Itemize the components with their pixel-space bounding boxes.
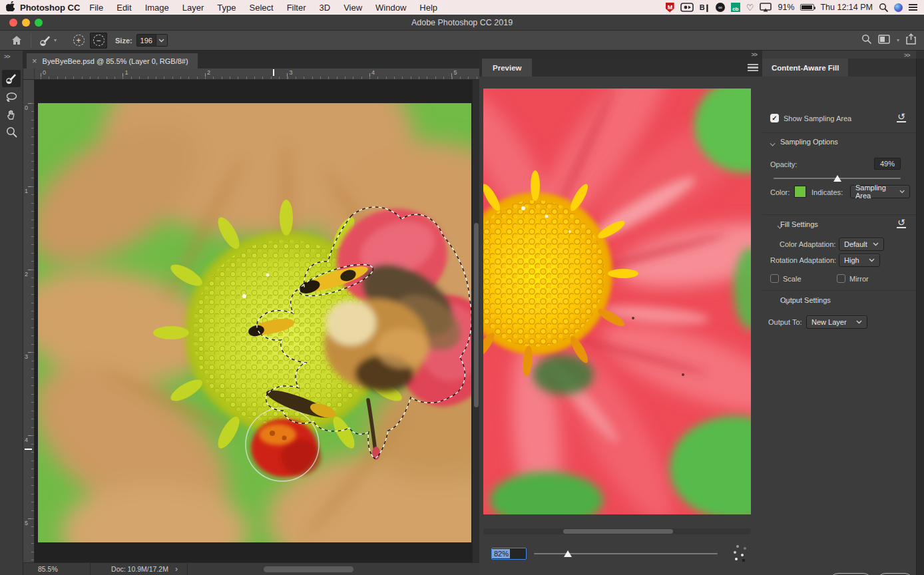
- reset-fill-settings-icon[interactable]: [897, 218, 906, 228]
- add-to-sampling-button[interactable]: +: [70, 33, 87, 49]
- notification-center-icon[interactable]: [909, 2, 917, 13]
- screen-record-icon[interactable]: [680, 2, 694, 13]
- search-icon[interactable]: [861, 34, 871, 47]
- subtract-from-sampling-button[interactable]: −: [90, 33, 107, 49]
- window-title: Adobe Photoshop CC 2019: [0, 15, 924, 31]
- preview-image[interactable]: [483, 89, 751, 514]
- boom-audio-icon[interactable]: B❙: [700, 2, 710, 13]
- vertical-ruler[interactable]: 012345: [23, 80, 35, 562]
- preview-zoom-field[interactable]: 82%: [491, 548, 527, 560]
- indicates-dropdown[interactable]: Sampling Area: [850, 185, 910, 198]
- preview-collapse-icon[interactable]: >>: [751, 51, 757, 58]
- close-window-button[interactable]: [9, 19, 17, 27]
- opacity-slider[interactable]: [774, 178, 901, 179]
- scrollbar-thumb[interactable]: [474, 223, 479, 407]
- hruler-number-5: 5: [454, 69, 457, 76]
- vruler-number-0: 0: [25, 104, 28, 111]
- preview-zoom-slider[interactable]: [534, 553, 718, 554]
- scrollbar-thumb[interactable]: [563, 529, 673, 534]
- horizontal-ruler[interactable]: 012345: [23, 69, 479, 80]
- menu-item-1[interactable]: Edit: [110, 3, 138, 13]
- show-sampling-area-label: Show Sampling Area: [784, 114, 851, 122]
- rotation-adaptation-label: Rotation Adaptation:: [770, 256, 836, 264]
- document-tab[interactable]: ByeByeBee.psd @ 85.5% (Layer 0, RGB/8#): [27, 53, 198, 69]
- battery-icon[interactable]: [800, 2, 814, 13]
- sampling-options-chevron-icon[interactable]: [770, 140, 776, 146]
- vruler-number-4: 4: [25, 437, 28, 443]
- tab-content-aware-fill[interactable]: Content-Aware Fill: [762, 59, 848, 77]
- hand-tool[interactable]: [2, 106, 21, 123]
- close-document-icon[interactable]: [32, 57, 37, 65]
- fill-settings-header[interactable]: Fill Settings: [780, 220, 818, 228]
- brush-tool[interactable]: [2, 70, 21, 87]
- status-chevron-icon[interactable]: ›: [175, 564, 178, 574]
- brush-size-dropdown[interactable]: [156, 34, 168, 47]
- opacity-slider-thumb[interactable]: [833, 175, 841, 182]
- vruler-number-1: 1: [25, 188, 28, 194]
- menu-item-0[interactable]: File: [83, 3, 110, 13]
- sampling-brush-tool-icon[interactable]: [37, 33, 54, 49]
- reset-sampling-icon[interactable]: [897, 112, 906, 122]
- menu-item-10[interactable]: Help: [413, 3, 444, 13]
- menu-item-2[interactable]: Image: [138, 3, 176, 13]
- opacity-label: Opacity:: [770, 160, 797, 168]
- slider-thumb[interactable]: [564, 550, 572, 557]
- lasso-tool[interactable]: [2, 89, 21, 106]
- canvas-vertical-scrollbar[interactable]: [472, 80, 479, 562]
- apple-menu-icon[interactable]: [0, 1, 20, 13]
- workspace-switcher-icon[interactable]: [878, 35, 890, 47]
- cb-app-icon[interactable]: cb: [731, 2, 740, 13]
- toolbox: >>: [0, 51, 23, 575]
- display-mirroring-icon[interactable]: [760, 2, 772, 13]
- rotation-adaptation-dropdown[interactable]: High: [839, 254, 880, 267]
- menu-item-3[interactable]: Layer: [176, 3, 211, 13]
- brush-dropdown-chevron-icon[interactable]: ▾: [54, 37, 57, 43]
- tab-preview[interactable]: Preview: [482, 59, 532, 77]
- zoom-level[interactable]: 85.5%: [38, 565, 58, 573]
- output-settings-header[interactable]: Output Settings: [780, 296, 831, 304]
- caf-collapse-icon[interactable]: >>: [904, 52, 910, 59]
- menu-item-5[interactable]: Select: [242, 3, 280, 13]
- home-icon[interactable]: [8, 33, 25, 49]
- workspace-chevron-icon[interactable]: ▾: [897, 37, 899, 43]
- sampling-options-header[interactable]: Sampling Options: [780, 138, 838, 146]
- minimize-window-button[interactable]: [22, 19, 30, 27]
- creative-cloud-icon[interactable]: ∞: [716, 2, 725, 13]
- zoom-tool[interactable]: [2, 123, 21, 140]
- siri-icon[interactable]: [894, 2, 903, 13]
- canvas-image[interactable]: [38, 103, 471, 542]
- ruler-corner: [23, 69, 35, 80]
- menu-item-6[interactable]: Filter: [280, 3, 313, 13]
- menu-item-4[interactable]: Type: [210, 3, 242, 13]
- canvas-horizontal-scrollbar[interactable]: [264, 566, 353, 572]
- menu-clock[interactable]: Thu 12:14 PM: [820, 3, 873, 12]
- preview-panel-menu-icon[interactable]: [748, 64, 758, 71]
- preview-horizontal-scrollbar[interactable]: [483, 528, 751, 534]
- doc-size-info: Doc: 10.9M/17.2M: [97, 565, 183, 573]
- mcafee-shield-icon[interactable]: M: [666, 2, 674, 13]
- menu-item-8[interactable]: View: [337, 3, 369, 13]
- hruler-number-1: 1: [125, 69, 128, 76]
- opacity-value[interactable]: 49%: [874, 158, 901, 170]
- document-canvas[interactable]: [35, 80, 472, 562]
- spotlight-search-icon[interactable]: [879, 2, 888, 13]
- heart-outline-icon[interactable]: ♡: [746, 2, 754, 13]
- document-status-bar: 85.5% Doc: 10.9M/17.2M ›: [23, 562, 479, 575]
- hruler-number-0: 0: [43, 69, 46, 76]
- brush-size-value[interactable]: 196: [136, 34, 156, 47]
- mirror-checkbox[interactable]: [837, 274, 845, 283]
- hruler-number-2: 2: [207, 69, 210, 76]
- preview-panel: >> Preview: [479, 51, 762, 575]
- menu-item-9[interactable]: Window: [369, 3, 413, 13]
- color-adaptation-dropdown[interactable]: Default: [839, 238, 884, 251]
- share-icon[interactable]: [906, 33, 916, 47]
- sampling-color-swatch[interactable]: [794, 186, 806, 198]
- scale-checkbox[interactable]: [770, 274, 779, 283]
- zoom-window-button[interactable]: [35, 19, 43, 27]
- output-to-label: Output To:: [768, 318, 802, 326]
- menu-item-7[interactable]: 3D: [313, 3, 338, 13]
- output-to-dropdown[interactable]: New Layer: [806, 315, 867, 329]
- menu-app-name[interactable]: Photoshop CC: [20, 3, 80, 13]
- show-sampling-area-checkbox[interactable]: [770, 114, 779, 122]
- toolbox-collapse-icon[interactable]: >>: [4, 53, 10, 60]
